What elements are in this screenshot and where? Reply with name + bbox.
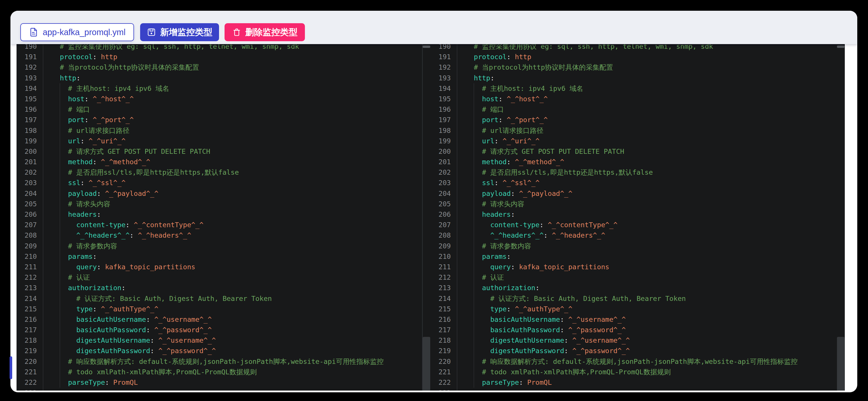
code-line[interactable]: 200 # 请求方式 GET POST PUT DELETE PATCH (17, 146, 423, 157)
code-line[interactable]: 208 ^_^headers^_^: ^_^headers^_^ (431, 230, 845, 241)
code-line[interactable]: 198 # url请求接口路径 (431, 125, 845, 136)
code-line[interactable]: 192 # 当protocol为http协议时具体的采集配置 (431, 62, 845, 72)
line-number[interactable]: 218 (431, 335, 457, 346)
code-line[interactable]: 191 protocol: http (17, 52, 423, 62)
code-line[interactable]: 217 basicAuthPassword: ^_^password^_^ (17, 325, 423, 335)
code-line[interactable]: 205 # 请求头内容 (17, 199, 423, 209)
line-number[interactable]: 208 (431, 230, 457, 241)
code-line[interactable]: 196 # 端口 (17, 104, 423, 115)
code-line[interactable]: 200 # 请求方式 GET POST PUT DELETE PATCH (431, 146, 845, 157)
line-number[interactable]: 217 (17, 325, 43, 335)
code-line[interactable]: 221 # todo xmlPath-xmlPath脚本,PromQL-Prom… (17, 367, 423, 377)
line-number[interactable]: 217 (431, 325, 457, 335)
code-line[interactable]: 220 # 响应数据解析方式: default-系统规则,jsonPath-js… (17, 356, 423, 367)
code-line[interactable]: 201 method: ^_^method^_^ (17, 157, 423, 167)
code-line[interactable]: 203 ssl: ^_^ssl^_^ (431, 178, 845, 188)
line-number[interactable]: 200 (17, 146, 43, 157)
line-number[interactable]: 220 (431, 356, 457, 367)
line-number[interactable]: 212 (431, 272, 457, 283)
code-line[interactable]: 190 # 监控采集使用协议 eg: sql, ssh, http, telne… (431, 44, 845, 52)
code-line[interactable]: 214 # 认证方式: Basic Auth, Digest Auth, Bea… (17, 294, 423, 304)
code-line[interactable]: 216 basicAuthUsername: ^_^username^_^ (17, 314, 423, 325)
left-scrollbar-thumb[interactable] (423, 337, 430, 391)
code-line[interactable]: 194 # 主机host: ipv4 ipv6 域名 (17, 83, 423, 94)
line-number[interactable]: 199 (17, 136, 43, 146)
code-line[interactable]: 210 params: (431, 251, 845, 262)
line-number[interactable]: 198 (17, 125, 43, 136)
right-scrollbar-thumb[interactable] (837, 337, 844, 391)
line-number[interactable]: 192 (17, 62, 43, 72)
code-line[interactable]: 193 http: (431, 73, 845, 83)
line-number[interactable]: 206 (17, 209, 43, 220)
code-line[interactable]: 198 # url请求接口路径 (17, 125, 423, 136)
code-line[interactable]: 195 host: ^_^host^_^ (431, 94, 845, 104)
code-line[interactable]: 204 payload: ^_^payload^_^ (431, 188, 845, 199)
code-line[interactable]: 208 ^_^headers^_^: ^_^headers^_^ (17, 230, 423, 241)
line-number[interactable]: 218 (17, 335, 43, 346)
line-number[interactable]: 204 (17, 188, 43, 199)
line-number[interactable]: 194 (431, 83, 457, 94)
line-number[interactable]: 220 (17, 356, 43, 367)
code-line[interactable]: 222 parseType: PromQL (17, 377, 423, 388)
line-number[interactable]: 211 (431, 262, 457, 272)
code-line[interactable]: 220 # 响应数据解析方式: default-系统规则,jsonPath-js… (431, 356, 845, 367)
line-number[interactable]: 212 (17, 272, 43, 283)
code-line[interactable]: 196 # 端口 (431, 104, 845, 115)
code-line[interactable]: 199 url: ^_^uri^_^ (431, 136, 845, 146)
code-line[interactable]: 202 # 是否启用ssl/tls,即是http还是https,默认false (17, 167, 423, 178)
code-line[interactable]: 212 # 认证 (431, 272, 845, 283)
line-number[interactable]: 190 (431, 44, 457, 52)
code-line[interactable]: 223 (431, 388, 845, 391)
line-number[interactable]: 205 (17, 199, 43, 209)
code-line[interactable]: 221 # todo xmlPath-xmlPath脚本,PromQL-Prom… (431, 367, 845, 377)
code-line[interactable]: 216 basicAuthUsername: ^_^username^_^ (431, 314, 845, 325)
line-number[interactable]: 190 (17, 44, 43, 52)
line-number[interactable]: 214 (17, 294, 43, 304)
line-number[interactable]: 194 (17, 83, 43, 94)
line-number[interactable]: 200 (431, 146, 457, 157)
line-number[interactable]: 223 (17, 388, 43, 391)
line-number[interactable]: 195 (431, 94, 457, 104)
line-number[interactable]: 195 (17, 94, 43, 104)
code-line[interactable]: 210 params: (17, 251, 423, 262)
code-line[interactable]: 197 port: ^_^port^_^ (431, 115, 845, 125)
line-number[interactable]: 216 (17, 314, 43, 325)
line-number[interactable]: 191 (17, 52, 43, 62)
line-number[interactable]: 209 (17, 241, 43, 251)
line-number[interactable]: 215 (431, 304, 457, 314)
code-line[interactable]: 205 # 请求头内容 (431, 199, 845, 209)
line-number[interactable]: 211 (17, 262, 43, 272)
line-number[interactable]: 201 (431, 157, 457, 167)
line-number[interactable]: 210 (431, 251, 457, 262)
code-line[interactable]: 207 content-type: ^_^contentType^_^ (17, 220, 423, 230)
line-number[interactable]: 191 (431, 52, 457, 62)
code-line[interactable]: 213 authorization: (431, 283, 845, 293)
code-line[interactable]: 206 headers: (17, 209, 423, 220)
code-line[interactable]: 201 method: ^_^method^_^ (431, 157, 845, 167)
code-line[interactable]: 206 headers: (431, 209, 845, 220)
code-line[interactable]: 194 # 主机host: ipv4 ipv6 域名 (431, 83, 845, 94)
line-number[interactable]: 219 (431, 346, 457, 356)
code-line[interactable]: 214 # 认证方式: Basic Auth, Digest Auth, Bea… (431, 294, 845, 304)
line-number[interactable]: 196 (431, 104, 457, 115)
code-line[interactable]: 202 # 是否启用ssl/tls,即是http还是https,默认false (431, 167, 845, 178)
line-number[interactable]: 222 (17, 377, 43, 388)
line-number[interactable]: 193 (17, 73, 43, 83)
code-line[interactable]: 204 payload: ^_^payload^_^ (17, 188, 423, 199)
file-tab-button[interactable]: app-kafka_promql.yml (20, 23, 134, 41)
code-line[interactable]: 195 host: ^_^host^_^ (17, 94, 423, 104)
line-number[interactable]: 203 (17, 178, 43, 188)
line-number[interactable]: 210 (17, 251, 43, 262)
line-number[interactable]: 204 (431, 188, 457, 199)
code-line[interactable]: 209 # 请求参数内容 (17, 241, 423, 251)
line-number[interactable]: 221 (431, 367, 457, 377)
line-number[interactable]: 196 (17, 104, 43, 115)
line-number[interactable]: 202 (17, 167, 43, 178)
code-line[interactable]: 212 # 认证 (17, 272, 423, 283)
line-number[interactable]: 219 (17, 346, 43, 356)
code-line[interactable]: 215 type: ^_^authType^_^ (17, 304, 423, 314)
line-number[interactable]: 198 (431, 125, 457, 136)
code-line[interactable]: 213 authorization: (17, 283, 423, 293)
line-number[interactable]: 209 (431, 241, 457, 251)
code-line[interactable]: 211 query: kafka_topic_partitions (431, 262, 845, 272)
